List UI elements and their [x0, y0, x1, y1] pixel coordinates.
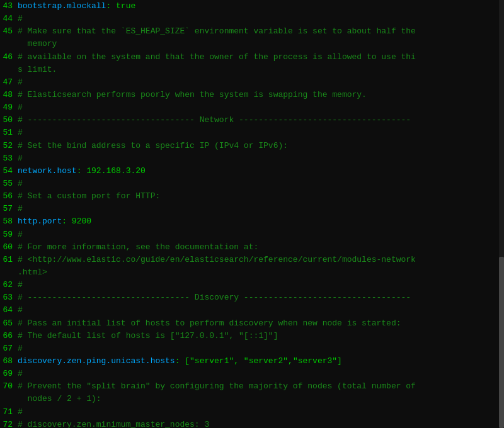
line-number: 62 [0, 279, 18, 291]
line-number: 52 [0, 140, 18, 152]
line-content: # [18, 152, 504, 165]
table-row: 47# [0, 76, 504, 89]
table-row: memory [0, 38, 504, 50]
lines-container: 43bootstrap.mlockall: true44#45# Make su… [0, 0, 504, 428]
table-row: 43bootstrap.mlockall: true [0, 0, 504, 13]
table-row: 51# [0, 127, 504, 139]
line-content: # --------------------------------- Disc… [18, 291, 504, 304]
table-row: s limit. [0, 64, 504, 76]
line-content: # [18, 203, 504, 215]
line-number: 56 [0, 190, 18, 203]
line-number: 48 [0, 89, 18, 101]
line-number: 70 [0, 380, 18, 393]
line-content: # [18, 304, 504, 317]
line-content: # Make sure that the `ES_HEAP_SIZE` envi… [18, 25, 504, 38]
line-content: # [18, 127, 504, 139]
line-number: 47 [0, 76, 18, 89]
table-row: nodes / 2 + 1): [0, 393, 504, 405]
line-content: # [18, 368, 504, 380]
table-row: 68discovery.zen.ping.unicast.hosts: ["se… [0, 355, 504, 368]
table-row: 56# Set a custom port for HTTP: [0, 190, 504, 203]
table-row: 55# [0, 177, 504, 190]
line-content: # [18, 342, 504, 355]
line-content: # [18, 279, 504, 291]
line-number: 72 [0, 419, 18, 428]
line-number: 60 [0, 241, 18, 254]
table-row: 67# [0, 342, 504, 355]
line-number: 65 [0, 317, 18, 330]
code-editor: 43bootstrap.mlockall: true44#45# Make su… [0, 0, 504, 428]
line-number: 43 [0, 0, 18, 13]
line-content: # The default list of hosts is ["127.0.0… [18, 330, 504, 342]
line-number: 66 [0, 330, 18, 342]
line-number: 68 [0, 355, 18, 368]
table-row: 57# [0, 203, 504, 215]
line-number: 64 [0, 304, 18, 317]
table-row: 65# Pass an initial list of hosts to per… [0, 317, 504, 330]
table-row: 62# [0, 279, 504, 291]
line-number: 54 [0, 165, 18, 177]
line-number: 49 [0, 101, 18, 114]
line-content: # Prevent the "split brain" by configuri… [18, 380, 504, 393]
line-content: # [18, 101, 504, 114]
table-row: 69# [0, 368, 504, 380]
table-row: 59# [0, 228, 504, 241]
line-content: # [18, 76, 504, 89]
line-content: # Set the bind address to a specific IP … [18, 140, 504, 152]
line-number: 53 [0, 152, 18, 165]
line-content: # available on the system and that the o… [18, 51, 504, 64]
line-number: 55 [0, 177, 18, 190]
line-number: 45 [0, 25, 18, 38]
line-content: # [18, 228, 504, 241]
table-row: 44# [0, 13, 504, 25]
table-row: 70# Prevent the "split brain" by configu… [0, 380, 504, 393]
table-row: 52# Set the bind address to a specific I… [0, 140, 504, 152]
line-content: # Elasticsearch performs poorly when the… [18, 89, 504, 101]
line-number: 57 [0, 203, 18, 215]
table-row: 61# <http://www.elastic.co/guide/en/elas… [0, 254, 504, 266]
line-number: 46 [0, 51, 18, 64]
line-number: 51 [0, 127, 18, 139]
scrollbar[interactable] [499, 0, 504, 428]
line-content: # Pass an initial list of hosts to perfo… [18, 317, 504, 330]
line-content: # discovery.zen.minimum_master_nodes: 3 [18, 419, 504, 428]
table-row: 58http.port: 9200 [0, 215, 504, 228]
table-row: 45# Make sure that the `ES_HEAP_SIZE` en… [0, 25, 504, 38]
line-number: 69 [0, 368, 18, 380]
line-content: http.port: 9200 [18, 215, 504, 228]
line-content: # [18, 13, 504, 25]
table-row: 48# Elasticsearch performs poorly when t… [0, 89, 504, 101]
table-row: 49# [0, 101, 504, 114]
line-number: 63 [0, 291, 18, 304]
table-row: 54network.host: 192.168.3.20 [0, 165, 504, 177]
table-row: 71# [0, 406, 504, 419]
line-content: # ---------------------------------- Net… [18, 114, 504, 127]
line-content: bootstrap.mlockall: true [18, 0, 504, 13]
table-row: 72# discovery.zen.minimum_master_nodes: … [0, 419, 504, 428]
table-row: 60# For more information, see the docume… [0, 241, 504, 254]
line-content: network.host: 192.168.3.20 [18, 165, 504, 177]
line-content: # [18, 406, 504, 419]
line-number: 44 [0, 13, 18, 25]
scrollbar-thumb[interactable] [499, 257, 504, 428]
line-content: # For more information, see the document… [18, 241, 504, 254]
table-row: .html> [0, 266, 504, 279]
table-row: 46# available on the system and that the… [0, 51, 504, 64]
line-number: 61 [0, 254, 18, 266]
table-row: 53# [0, 152, 504, 165]
line-number: 50 [0, 114, 18, 127]
line-content: discovery.zen.ping.unicast.hosts: ["serv… [18, 355, 504, 368]
table-row: 50# ---------------------------------- N… [0, 114, 504, 127]
table-row: 66# The default list of hosts is ["127.0… [0, 330, 504, 342]
table-row: 64# [0, 304, 504, 317]
line-number: 58 [0, 215, 18, 228]
line-content: # <http://www.elastic.co/guide/en/elasti… [18, 254, 504, 266]
line-number: 67 [0, 342, 18, 355]
line-number: 71 [0, 406, 18, 419]
table-row: 63# --------------------------------- Di… [0, 291, 504, 304]
line-content: # [18, 177, 504, 190]
line-content: # Set a custom port for HTTP: [18, 190, 504, 203]
line-number: 59 [0, 228, 18, 241]
